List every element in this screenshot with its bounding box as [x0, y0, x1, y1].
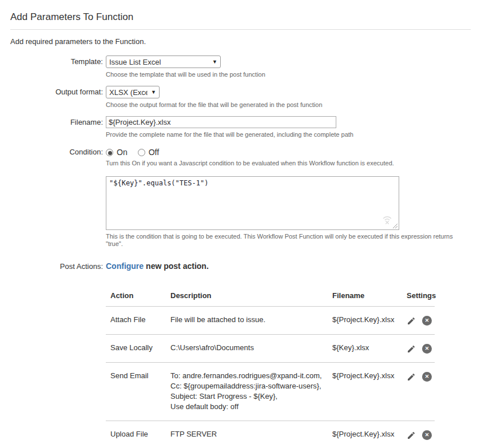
action-cell: Upload File [106, 421, 166, 448]
filename-input[interactable] [106, 116, 336, 128]
description-cell: File will be attached to issue. [166, 307, 328, 335]
filename-row: Filename: Provide the complete name for … [10, 116, 471, 138]
action-cell: Attach File [106, 307, 166, 335]
filename-cell: ${Project.Key}.xlsx [328, 363, 402, 421]
table-row: Send Email To: andre.fernandes.rodrigues… [106, 363, 435, 421]
edit-pencil-icon[interactable] [407, 431, 416, 440]
condition-code-textarea[interactable]: "${Key}".equals("TES-1") [106, 176, 399, 230]
condition-radio-on[interactable]: On [106, 148, 128, 157]
delete-icon[interactable] [422, 372, 432, 382]
table-row: Save Locally C:\Users\afro\Documents ${K… [106, 335, 435, 363]
post-actions-row: Post Actions: Configurenew post action. [10, 261, 471, 271]
chevron-down-icon [151, 89, 156, 95]
filename-cell: ${Project.Key}.xlsx [328, 421, 402, 448]
condition-on-label: On [117, 148, 128, 157]
column-header-action: Action [106, 286, 166, 307]
template-row: Template: Issue List Excel Choose the te… [10, 55, 471, 78]
description-cell: To: andre.fernandes.rodrigues@xpand-it.c… [166, 363, 328, 421]
description-cell: FTP SERVER [166, 421, 328, 448]
condition-code-help: This is the condition that is going to b… [106, 233, 471, 248]
edit-pencil-icon[interactable] [407, 372, 416, 382]
radio-button-icon[interactable] [106, 149, 113, 156]
wifi-offline-icon [382, 215, 392, 224]
condition-off-label: Off [149, 148, 159, 157]
template-select-value: Issue List Excel [109, 58, 161, 66]
template-label: Template: [10, 55, 103, 78]
page-title: Add Parameters To Function [10, 10, 471, 30]
condition-radio-group: On Off [106, 146, 394, 157]
delete-icon[interactable] [422, 344, 432, 354]
output-format-select[interactable]: XLSX (Excel) [106, 86, 160, 98]
post-actions-label: Post Actions: [10, 261, 103, 271]
resize-handle[interactable] [392, 223, 398, 229]
condition-help: Turn this On if you want a Javascript co… [106, 160, 394, 167]
post-actions-table: Action Description Filename Settings Att… [106, 286, 435, 448]
delete-icon[interactable] [422, 316, 432, 326]
table-row: Attach File File will be attached to iss… [106, 307, 435, 335]
condition-radio-off[interactable]: Off [138, 148, 159, 157]
filename-help: Provide the complete name for the file t… [106, 131, 353, 138]
post-actions-text: new post action. [146, 261, 209, 271]
column-header-description: Description [166, 286, 328, 307]
condition-label: Condition: [10, 146, 103, 167]
column-header-settings: Settings [402, 286, 435, 307]
chevron-down-icon [212, 59, 217, 65]
column-header-filename: Filename [328, 286, 402, 307]
page-description: Add required parameters to the Function. [10, 37, 471, 46]
output-format-label: Output format: [10, 86, 103, 109]
filename-cell: ${Project.Key}.xlsx [328, 307, 402, 335]
action-cell: Save Locally [106, 335, 166, 363]
filename-label: Filename: [10, 116, 103, 138]
configure-link[interactable]: Configure [106, 261, 144, 271]
add-parameters-page: Add Parameters To Function Add required … [0, 0, 471, 448]
radio-button-icon[interactable] [138, 149, 145, 156]
table-row: Upload File FTP SERVER ${Project.Key}.xl… [106, 421, 435, 448]
output-format-row: Output format: XLSX (Excel) Choose the o… [10, 86, 471, 109]
description-cell: C:\Users\afro\Documents [166, 335, 328, 363]
output-format-help: Choose the output format for the file th… [106, 101, 323, 109]
delete-icon[interactable] [422, 430, 432, 440]
edit-pencil-icon[interactable] [407, 316, 416, 326]
condition-code-row: "${Key}".equals("TES-1") This is the con… [10, 176, 471, 248]
output-format-select-value: XLSX (Excel) [109, 88, 148, 97]
table-header-row: Action Description Filename Settings [106, 286, 435, 307]
action-cell: Send Email [106, 363, 166, 421]
template-help: Choose the template that will be used in… [106, 71, 265, 78]
template-select[interactable]: Issue List Excel [106, 55, 221, 68]
condition-row: Condition: On Off Turn this On if you wa… [10, 146, 471, 167]
edit-pencil-icon[interactable] [407, 344, 416, 354]
filename-cell: ${Key}.xlsx [328, 335, 402, 363]
